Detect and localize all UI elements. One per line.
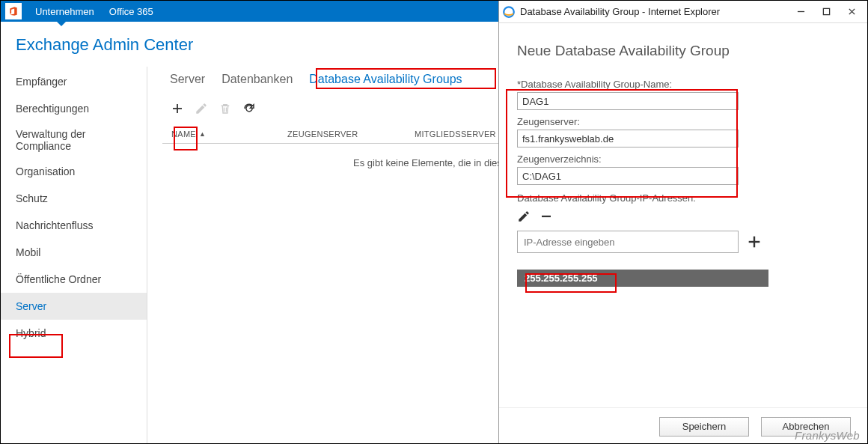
office-logo [5,3,22,19]
refresh-icon[interactable] [242,101,257,116]
sidebar-item-hybrid[interactable]: Hybrid [1,320,147,347]
dag-name-input[interactable] [517,92,739,110]
delete-icon [218,101,233,116]
sidebar-item-empfaenger[interactable]: Empfänger [1,68,147,95]
topbar-active-caret [57,22,66,26]
witness-server-input[interactable] [517,130,739,148]
watermark: FrankysWeb [795,429,860,442]
topbar-office365[interactable]: Office 365 [102,1,161,22]
sidebar-item-nachrichtenfluss[interactable]: Nachrichtenfluss [1,212,147,239]
svg-rect-6 [823,8,829,14]
close-button[interactable] [839,1,864,22]
th-name-label: NAME [171,130,196,139]
popup-title: Database Availability Group - Internet E… [520,6,788,17]
sort-asc-icon: ▲ [199,130,206,138]
tab-server[interactable]: Server [170,73,205,86]
save-button[interactable]: Speichern [659,417,749,437]
ip-section-label: Database Availability Group-IP-Adressen: [517,192,849,204]
witness-dir-input[interactable] [517,167,739,185]
popup-window: Database Availability Group - Internet E… [498,0,868,444]
ip-toolbar [517,210,849,223]
th-name[interactable]: NAME▲ [171,130,287,139]
sidebar: Empfänger Berechtigungen Verwaltung der … [1,67,147,444]
maximize-button[interactable] [813,1,839,22]
minimize-button[interactable] [788,1,813,22]
sidebar-item-oeffentliche-ordner[interactable]: Öffentliche Ordner [1,266,147,293]
popup-body: Neue Database Availability Group *Databa… [499,23,867,407]
sidebar-item-server[interactable]: Server [1,293,147,320]
popup-heading: Neue Database Availability Group [517,43,849,59]
topbar-company[interactable]: Unternehmen [28,1,102,22]
dag-name-label: *Database Availability Group-Name: [517,79,849,90]
witness-dir-label: Zeugenverzeichnis: [517,153,849,165]
tab-dag[interactable]: Database Availability Groups [309,73,462,86]
th-witness[interactable]: ZEUGENSERVER [287,130,415,139]
sidebar-item-compliance[interactable]: Verwaltung der Compliance [1,122,147,158]
ip-list-item[interactable]: 255.255.255.255 [517,270,768,287]
witness-server-label: Zeugenserver: [517,116,849,127]
sidebar-item-organisation[interactable]: Organisation [1,158,147,185]
ie-icon [502,5,516,19]
tab-datenbanken[interactable]: Datenbanken [221,73,293,86]
sidebar-item-mobil[interactable]: Mobil [1,239,147,266]
ip-address-input[interactable] [517,231,739,253]
ip-remove-icon[interactable] [540,210,553,223]
ip-add-icon[interactable] [746,234,762,250]
add-icon[interactable] [170,101,185,116]
popup-titlebar[interactable]: Database Availability Group - Internet E… [499,1,867,23]
ip-edit-icon[interactable] [517,210,531,223]
sidebar-item-schutz[interactable]: Schutz [1,185,147,212]
edit-icon [194,101,209,116]
sidebar-item-berechtigungen[interactable]: Berechtigungen [1,95,147,122]
